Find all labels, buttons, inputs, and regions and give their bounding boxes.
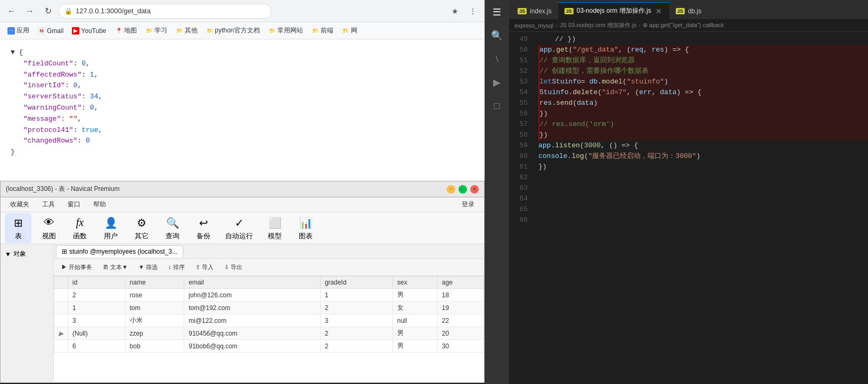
forward-button[interactable]: → [22,4,37,19]
toolbar-function[interactable]: fx 函数 [67,213,93,243]
cell-id: 2 [68,289,126,302]
bookmark-net[interactable]: 📁 网 [339,25,361,36]
navicat-content: ⊞ stuinfo @myemployees (localhost_3... ▶… [54,244,484,382]
more-options-button[interactable]: ⋮ [465,4,480,19]
folder-other-icon: 📁 [176,27,183,35]
line-number: 50 [509,45,528,55]
tab-close-btn[interactable]: ✕ [654,7,663,15]
table-row[interactable]: 1 tom tom@192.com 2 女 19 [54,302,484,314]
bookmark-python-label: python官方文档 [215,26,260,35]
sort-btn[interactable]: ↕ 排序 [164,262,189,273]
line-number: 61 [509,162,528,172]
bookmark-apps[interactable]: ⋅⋅⋅ 应用 [4,25,32,36]
toolbar-table[interactable]: ⊞ 表 [5,213,31,243]
cell-name: bob [125,340,184,353]
text-btn[interactable]: 🖹 文本▼ [99,262,132,273]
source-control-icon[interactable]: ⧵ [489,51,505,67]
js-badge-orm: JS [564,8,574,14]
line-number: 55 [509,98,528,108]
vscode-tab-bar: JS index.js JS 03-nodejs orm 增加操作.js ✕ J… [509,0,868,19]
toolbar-other[interactable]: ⚙ 其它 [128,213,155,243]
bookmark-frontend[interactable]: 📁 前端 [308,25,337,36]
import-btn[interactable]: ⇧ 导入 [191,262,218,273]
table-row[interactable]: 6 bob 91bob6@qq.com 2 男 30 [54,340,484,353]
toolbar-chart-label: 图表 [299,231,313,241]
login-button[interactable]: 登录 [456,198,480,211]
export-btn[interactable]: ⇩ 导出 [220,262,247,273]
other-icon: ⚙ [134,215,149,230]
bookmark-gmail[interactable]: M Gmail [35,26,67,36]
cell-gradeId: 1 [320,289,392,302]
breadcrumb-sep1: › [555,22,558,29]
toolbar-autorun[interactable]: ✓ 自动运行 [221,213,257,243]
extensions-icon[interactable]: □ [489,98,505,114]
search-sidebar-icon[interactable]: 🔍 [489,28,505,44]
folder-net-icon: 📁 [342,27,349,35]
line-number: 56 [509,108,528,119]
cell-name: zzep [125,327,184,340]
cell-gradeId: 2 [320,340,392,353]
cell-sex: 男 [392,289,437,302]
col-gradeId[interactable]: gradeId [320,277,392,289]
bookmark-star-button[interactable]: ★ [447,4,462,19]
json-insertId: "insertId": 0, [23,80,474,91]
begin-transaction-btn[interactable]: ▶ 开始事务 [57,262,96,273]
close-button[interactable]: ✕ [470,185,479,194]
menu-tools[interactable]: 工具 [37,198,60,211]
bookmark-maps[interactable]: 📍 地图 [112,25,140,36]
bookmark-python[interactable]: 📁 python官方文档 [203,25,263,36]
toolbar-backup[interactable]: ↩ 备份 [190,213,217,243]
explorer-icon[interactable]: ☰ [489,4,505,20]
maps-icon: 📍 [115,27,122,35]
table-tab[interactable]: ⊞ stuinfo @myemployees (localhost_3... [56,245,183,257]
bookmark-common[interactable]: 📁 常用网站 [265,25,306,36]
toolbar-model[interactable]: ⬜ 模型 [261,213,288,243]
maximize-button[interactable]: □ [458,185,467,194]
table-row[interactable]: 2 rose john@126.com 1 男 18 [54,289,484,302]
bookmark-net-label: 网 [351,26,357,35]
tab-db-js[interactable]: JS db.js [669,2,708,19]
col-id[interactable]: id [68,277,126,289]
menu-favorites[interactable]: 收藏夹 [5,198,35,211]
tab-nodejs-orm[interactable]: JS 03-nodejs orm 增加操作.js ✕ [558,2,669,19]
col-email[interactable]: email [184,277,321,289]
tab-index-js[interactable]: JS index.js [511,2,558,19]
code-line: // }) [538,34,868,45]
toolbar-other-label: 其它 [135,231,149,241]
menu-window[interactable]: 窗口 [62,198,86,211]
line-number: 52 [509,66,528,77]
bookmark-gmail-label: Gmail [47,27,63,35]
col-sex[interactable]: sex [392,277,437,289]
minimize-button[interactable]: − [447,185,455,194]
bookmark-youtube[interactable]: ▶ YouTube [69,26,109,36]
filter-btn[interactable]: ▼ 筛选 [134,262,162,273]
line-number: 53 [509,77,528,87]
table-row[interactable]: ▶ (Null) zzep 910456@qq.com 2 男 20 [54,327,484,340]
backup-icon: ↩ [196,215,211,230]
toolbar-view[interactable]: 👁 视图 [36,213,62,243]
line-number: 49 [509,34,528,45]
col-name[interactable]: name [125,277,184,289]
table-icon: ⊞ [11,215,26,230]
bookmark-study[interactable]: 📁 学习 [142,25,170,36]
tab-db-label: db.js [688,7,701,15]
menu-help[interactable]: 帮助 [88,198,111,211]
toolbar-query[interactable]: 🔍 查询 [159,213,186,243]
col-age[interactable]: age [437,277,484,289]
sidebar-object-nav[interactable]: ▼ 对象 [1,246,53,262]
toolbar-user[interactable]: 👤 用户 [97,213,124,243]
table-row[interactable]: 3 小米 mi@122.com 3 null 22 [54,314,484,327]
json-close-brace: } [11,147,474,158]
user-icon: 👤 [103,215,118,230]
back-button[interactable]: ← [4,4,19,19]
table-header-row: id name email gradeId sex age [54,277,484,289]
tab-orm-label: 03-nodejs orm 增加操作.js [577,6,651,15]
toolbar-chart[interactable]: 📊 图表 [292,213,319,243]
run-icon[interactable]: ▶ [489,74,505,90]
bookmark-other[interactable]: 📁 其他 [173,25,201,36]
address-bar[interactable]: 🔒 127.0.0.1:3000/get_data [59,4,272,19]
reload-button[interactable]: ↻ [40,4,55,19]
folder-python-icon: 📁 [206,27,214,35]
navicat-tab-bar: ⊞ stuinfo @myemployees (localhost_3... [54,244,484,259]
data-table: id name email gradeId sex age 2 rose joh… [54,276,484,353]
